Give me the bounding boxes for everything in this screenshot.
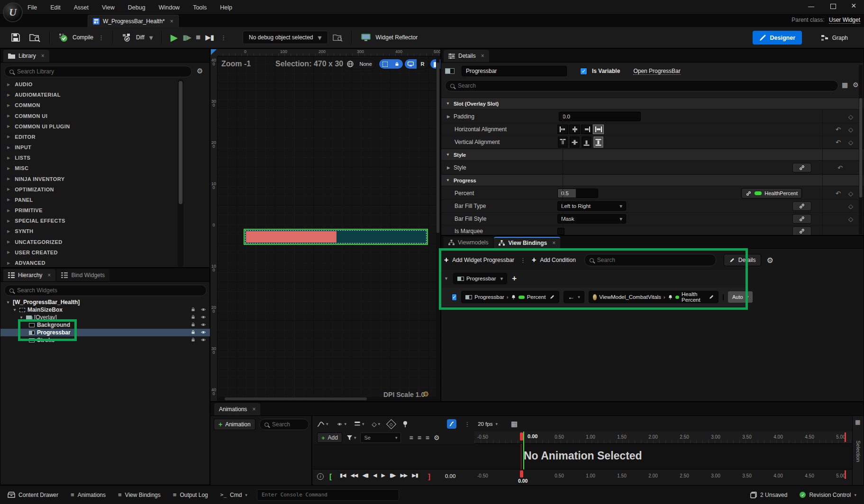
add-widget-options-icon[interactable]: ⋮	[520, 257, 526, 264]
browse-asset-icon[interactable]	[29, 33, 41, 42]
binding-direction-dropdown[interactable]: ← ▾	[564, 291, 584, 303]
halign-fill-button[interactable]	[593, 125, 604, 134]
category-slot[interactable]: ▼Slot (Overlay Slot)	[441, 98, 864, 109]
resolution-r-label[interactable]: R	[417, 59, 428, 69]
library-search-input[interactable]: Search Library	[4, 66, 192, 77]
output-log-button[interactable]: ≡ Output Log	[170, 489, 211, 501]
bar-fill-style-dropdown[interactable]: Mask▾	[557, 214, 626, 224]
screen-icon[interactable]	[405, 59, 417, 69]
percent-binding-button[interactable]: HealthPercent	[741, 188, 802, 198]
tree-row-mainsizebox[interactable]: ▼ MainSizeBox	[0, 306, 210, 314]
library-tab-close-icon[interactable]: ×	[41, 53, 45, 59]
expander-icon[interactable]: ▶	[7, 124, 10, 128]
widget-name-input[interactable]	[462, 66, 567, 76]
menu-item[interactable]: Window	[159, 4, 180, 11]
animations-tab-close-icon[interactable]: ×	[252, 406, 255, 413]
binding-enabled-checkbox[interactable]: ✓	[452, 294, 457, 301]
expander-icon[interactable]: ▶	[441, 114, 450, 119]
range-start-bracket[interactable]: [	[329, 472, 332, 480]
asset-tab[interactable]: W_ProgressBar_Health* ×	[88, 15, 179, 27]
binding-mode-dropdown[interactable]: Auto ▾	[728, 291, 753, 303]
eye-icon[interactable]	[200, 337, 207, 342]
padding-input[interactable]: 0.0	[559, 112, 641, 121]
reset-diamond-icon[interactable]: ◇	[848, 216, 853, 223]
bar-fill-style-bind-button[interactable]	[792, 214, 811, 224]
reset-undo-icon[interactable]: ↶	[836, 126, 841, 133]
menu-item[interactable]: File	[27, 4, 37, 11]
animation-search-input[interactable]: Search	[259, 419, 309, 430]
compile-icon[interactable]	[58, 33, 68, 42]
eye-icon[interactable]	[200, 315, 207, 320]
group-widget-dropdown[interactable]: Progressbar ▾	[453, 273, 507, 284]
fps-dropdown[interactable]: 20 fps▾	[478, 421, 498, 427]
halign-right-button[interactable]	[581, 125, 592, 134]
library-settings-icon[interactable]: ⚙	[197, 67, 203, 75]
expander-icon[interactable]: ▼	[446, 153, 450, 157]
maximize-icon[interactable]	[830, 4, 836, 9]
bar-fill-type-dropdown[interactable]: Left to Right▾	[557, 201, 626, 211]
play-options-icon[interactable]: ⋮	[220, 34, 227, 41]
designer-viewport[interactable]: 0100200300400500 40030020010001002003004…	[210, 48, 441, 402]
progressbar-widget[interactable]	[244, 229, 428, 245]
bar-fill-type-bind-button[interactable]	[792, 201, 811, 211]
transport-button[interactable]: ▮▶	[390, 472, 396, 478]
widget-reflector-icon[interactable]	[361, 33, 371, 42]
group-expander-icon[interactable]: ▼	[444, 276, 448, 281]
details-settings-icon[interactable]: ⚙	[853, 81, 859, 89]
library-scrollbar[interactable]	[178, 79, 183, 268]
is-marquee-checkbox[interactable]	[557, 228, 564, 235]
expander-icon[interactable]: ▶	[7, 240, 10, 244]
view-bindings-tab[interactable]: View Bindings ×	[494, 237, 560, 248]
reset-diamond-icon[interactable]: ◇	[848, 126, 853, 133]
animations-tab[interactable]: Animations ×	[214, 403, 260, 415]
diff-caret-icon[interactable]: ▾	[149, 33, 153, 42]
expander-icon[interactable]: ▼	[6, 300, 10, 305]
keyframe-box-icon[interactable]: ◇	[386, 419, 396, 429]
timeline-track-area[interactable]: No Animation Selected	[313, 444, 853, 469]
details-search-input[interactable]: Search	[445, 80, 838, 91]
percent-slider-input[interactable]: 0.5	[557, 189, 598, 198]
tree-row-background[interactable]: Background	[0, 321, 210, 329]
unreal-logo[interactable]: U	[3, 2, 23, 22]
track-options-icon[interactable]: ≡	[426, 434, 429, 441]
asset-tab-close-icon[interactable]: ×	[170, 18, 173, 25]
range-end-marker[interactable]	[845, 432, 846, 442]
details-scrollbar[interactable]	[859, 65, 863, 234]
details-tab-close-icon[interactable]: ×	[481, 53, 484, 59]
expander-icon[interactable]: ▶	[7, 208, 10, 213]
pin-icon[interactable]	[402, 421, 408, 427]
playhead-marker[interactable]	[520, 432, 523, 441]
tree-row-stroke[interactable]: Stroke	[0, 336, 210, 344]
debug-object-dropdown[interactable]: No debug object selected ▾	[243, 31, 327, 44]
designer-button[interactable]: Designer	[753, 31, 802, 45]
binding-destination-chip[interactable]: Progressbar › Percent	[461, 291, 559, 303]
reset-diamond-icon[interactable]: ◇	[848, 113, 853, 120]
reset-diamond-icon[interactable]: ◇	[848, 203, 853, 210]
edit-pencil-icon[interactable]	[709, 294, 714, 300]
tree-row-progressbar[interactable]: Progressbar	[0, 329, 210, 336]
play-from-here-icon[interactable]: ▮▶	[182, 33, 191, 42]
expander-icon[interactable]: ▼	[446, 178, 450, 182]
bind-widgets-tab[interactable]: Bind Widgets	[56, 269, 109, 281]
sequencer-options-icon[interactable]: ⋮	[464, 421, 470, 428]
expander-icon[interactable]: ▶	[7, 156, 10, 160]
expander-icon[interactable]: ▶	[7, 250, 10, 254]
info-icon[interactable]: i	[317, 473, 324, 480]
transport-button[interactable]: ◀	[373, 472, 376, 478]
bindings-search-input[interactable]: Search	[584, 254, 716, 266]
graph-button[interactable]: Graph	[818, 31, 851, 45]
curve-editor-icon[interactable]: ▦	[511, 420, 518, 428]
expander-icon[interactable]: ▶	[7, 145, 10, 150]
library-tab[interactable]: Library ×	[3, 50, 49, 62]
is-variable-checkbox[interactable]: ✓	[580, 68, 587, 75]
expander-icon[interactable]: ▶	[7, 135, 10, 139]
reset-diamond-icon[interactable]: ◇	[848, 190, 853, 197]
lock-widget-icon[interactable]	[391, 59, 403, 69]
valign-fill-button[interactable]	[594, 137, 603, 148]
compile-options-icon[interactable]: ⋮	[98, 34, 104, 41]
console-command-input[interactable]	[257, 489, 399, 501]
lock-icon[interactable]	[191, 314, 196, 320]
selection-lock-chips[interactable]	[379, 59, 403, 69]
tree-row-overlay[interactable]: ▼ [Overlay]	[0, 314, 210, 321]
transport-button[interactable]: ▶▮	[412, 472, 418, 478]
